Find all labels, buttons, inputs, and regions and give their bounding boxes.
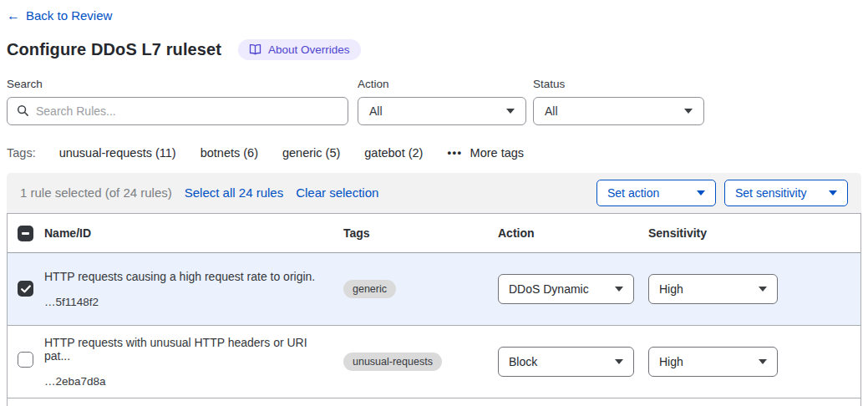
- set-action-dropdown[interactable]: Set action: [596, 180, 716, 206]
- search-icon: [17, 104, 29, 117]
- tag-pill: unusual-requests: [343, 353, 442, 371]
- back-arrow-icon: ←: [7, 9, 20, 23]
- tags-label: Tags:: [7, 146, 36, 160]
- rule-id: …5f1148f2: [44, 296, 330, 308]
- table-row: HTTP requests causing a high request rat…: [8, 253, 860, 326]
- set-sensitivity-label: Set sensitivity: [735, 186, 807, 200]
- tag-filter-unusual-requests[interactable]: unusual-requests (11): [59, 146, 176, 160]
- chevron-down-icon: [829, 190, 837, 195]
- rule-sensitivity-select[interactable]: High: [648, 347, 778, 377]
- status-filter-select[interactable]: All: [533, 97, 704, 125]
- table-row-partial: [8, 398, 860, 406]
- more-tags-button[interactable]: ••• More tags: [447, 146, 524, 160]
- column-header-tags: Tags: [343, 226, 498, 240]
- search-label: Search: [7, 78, 348, 90]
- search-input[interactable]: [36, 104, 338, 118]
- tag-filter-gatebot[interactable]: gatebot (2): [364, 146, 423, 160]
- chevron-down-icon: [615, 359, 623, 364]
- rule-sensitivity-value: High: [659, 282, 683, 296]
- clear-selection-link[interactable]: Clear selection: [296, 185, 378, 200]
- rule-sensitivity-value: High: [659, 355, 683, 368]
- rule-name: HTTP requests with unusual HTTP headers …: [44, 336, 330, 363]
- chevron-down-icon: [759, 287, 767, 292]
- set-action-label: Set action: [607, 186, 659, 200]
- rule-name-cell: HTTP requests with unusual HTTP headers …: [44, 336, 343, 388]
- column-header-sensitivity: Sensitivity: [648, 226, 860, 240]
- back-to-review-link[interactable]: ← Back to Review: [7, 8, 112, 23]
- selection-count-text: 1 rule selected (of 24 rules): [20, 185, 172, 200]
- chevron-down-icon: [759, 359, 767, 364]
- status-filter: Status All: [533, 78, 704, 125]
- rule-tags-cell: unusual-requests: [343, 353, 498, 371]
- status-filter-label: Status: [533, 78, 704, 90]
- filters-row: Search Action All Status All: [7, 78, 861, 125]
- action-filter-select[interactable]: All: [358, 97, 526, 125]
- ellipsis-icon: •••: [447, 146, 462, 159]
- row-checkbox[interactable]: [18, 281, 33, 297]
- table-row: HTTP requests with unusual HTTP headers …: [8, 326, 860, 398]
- rule-name-cell: HTTP requests causing a high request rat…: [44, 270, 343, 308]
- rule-sensitivity-cell: High: [648, 347, 860, 377]
- rule-tags-cell: generic: [343, 280, 498, 298]
- row-checkbox-cell: [8, 352, 44, 371]
- action-filter-label: Action: [358, 78, 526, 90]
- rule-id: …2eba7d8a: [44, 375, 330, 388]
- select-all-link[interactable]: Select all 24 rules: [185, 185, 283, 200]
- row-checkbox-cell: [8, 281, 44, 297]
- chevron-down-icon: [697, 190, 705, 195]
- tag-pill: generic: [343, 280, 396, 298]
- action-filter-value: All: [369, 104, 383, 118]
- rule-action-cell: DDoS Dynamic: [498, 274, 648, 304]
- select-all-checkbox[interactable]: [18, 226, 33, 241]
- column-header-action: Action: [498, 226, 648, 240]
- bulk-action-bar: 1 rule selected (of 24 rules) Select all…: [7, 173, 861, 213]
- rule-sensitivity-select[interactable]: High: [648, 274, 778, 304]
- search-filter: Search: [7, 78, 348, 125]
- back-link-label: Back to Review: [26, 8, 112, 23]
- status-filter-value: All: [545, 104, 558, 118]
- indeterminate-icon: [22, 232, 29, 234]
- bulk-actions: Set action Set sensitivity: [596, 180, 848, 206]
- search-box: [7, 97, 348, 125]
- more-tags-label: More tags: [470, 146, 524, 160]
- check-icon: [21, 285, 31, 293]
- chevron-down-icon: [615, 287, 623, 292]
- rule-action-cell: Block: [498, 347, 648, 377]
- chevron-down-icon: [506, 109, 515, 114]
- rule-sensitivity-cell: High: [648, 274, 860, 304]
- column-header-name: Name/ID: [44, 226, 343, 240]
- rule-name: HTTP requests causing a high request rat…: [44, 270, 330, 283]
- set-sensitivity-dropdown[interactable]: Set sensitivity: [724, 180, 848, 206]
- about-overrides-badge[interactable]: About Overrides: [238, 39, 361, 60]
- rule-action-select[interactable]: Block: [498, 347, 634, 377]
- rule-action-value: DDoS Dynamic: [509, 282, 589, 296]
- action-filter: Action All: [358, 78, 526, 125]
- about-overrides-label: About Overrides: [268, 43, 350, 56]
- book-icon: [249, 43, 261, 55]
- tag-filter-botnets[interactable]: botnets (6): [201, 146, 258, 160]
- header-checkbox-cell: [8, 224, 44, 241]
- tags-quick-filters: Tags: unusual-requests (11) botnets (6) …: [7, 146, 861, 160]
- title-row: Configure DDoS L7 ruleset About Override…: [7, 39, 861, 60]
- configure-ddos-page: ← Back to Review Configure DDoS L7 rules…: [0, 0, 868, 406]
- table-header-row: Name/ID Tags Action Sensitivity: [8, 214, 860, 253]
- rule-action-value: Block: [509, 355, 537, 368]
- row-checkbox[interactable]: [18, 352, 33, 368]
- rule-action-select[interactable]: DDoS Dynamic: [498, 274, 634, 304]
- chevron-down-icon: [684, 109, 693, 114]
- page-title: Configure DDoS L7 ruleset: [7, 40, 221, 59]
- rules-table: Name/ID Tags Action Sensitivity HTTP req…: [7, 213, 861, 406]
- tag-filter-generic[interactable]: generic (5): [282, 146, 340, 160]
